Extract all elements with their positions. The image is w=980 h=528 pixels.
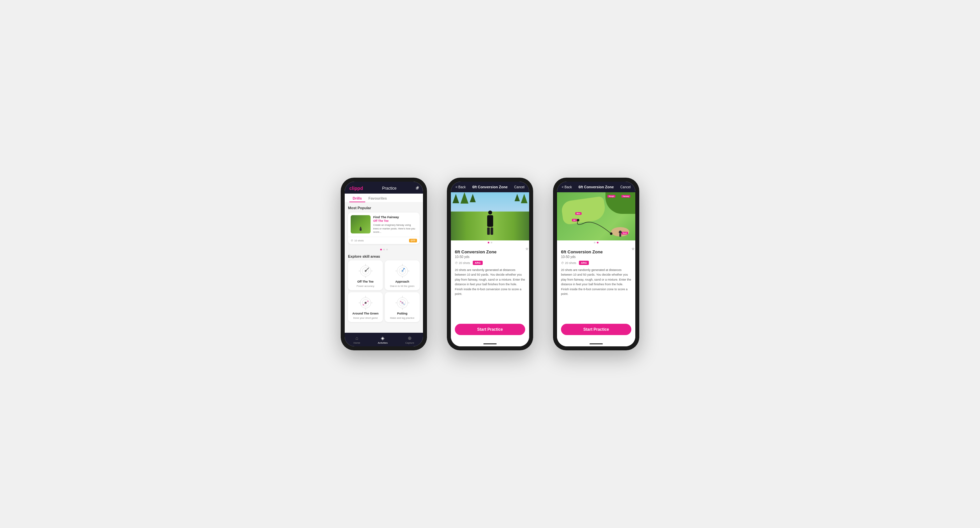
detail-header-2: < Back 6ft Conversion Zone Cancel xyxy=(451,182,529,192)
drill-image-photo xyxy=(451,192,529,241)
drill-footer-2: Start Practice xyxy=(451,321,529,338)
drill-meta-2: ⏱ 20 shots ARG xyxy=(455,261,525,265)
card-subtitle: Off The Tee xyxy=(373,219,417,222)
drill-detail-content-2: ★ 6ft Conversion Zone 10-50 yds ⏱ 20 sho… xyxy=(451,246,529,321)
golf-map: Fairway Rough Miss Hit Sand xyxy=(557,192,635,241)
golfer-body xyxy=(487,215,493,227)
skill-desc-approach: Dial-in to hit the green xyxy=(390,285,414,287)
drill-description-3: 20 shots are randomly generated at dista… xyxy=(561,268,631,296)
start-practice-button-2[interactable]: Start Practice xyxy=(455,324,525,335)
activities-label: Activities xyxy=(378,341,388,345)
leg-right xyxy=(490,228,493,235)
phone-2-screen: < Back 6ft Conversion Zone Cancel xyxy=(451,182,529,346)
nav-home[interactable]: ⌂ Home xyxy=(354,335,360,345)
category-badge: OTT xyxy=(409,239,417,242)
card-description: Create an imaginary fairway using trees … xyxy=(373,223,417,234)
card-thumbnail xyxy=(351,215,371,233)
drill-footer-3: Start Practice xyxy=(557,321,635,338)
golfer-silhouette xyxy=(486,211,494,234)
drill-meta-3: ⏱ 20 shots ARG xyxy=(561,261,631,265)
back-button-3[interactable]: < Back xyxy=(562,185,572,189)
skill-name-off-tee: Off The Tee xyxy=(357,280,374,283)
image-dots-3 xyxy=(557,241,635,246)
golfer-head xyxy=(488,211,492,215)
golf-course-photo xyxy=(451,192,529,241)
img-dot-1 xyxy=(488,242,489,243)
clock-icon-3: ⏱ xyxy=(561,262,564,265)
tree-5 xyxy=(521,194,528,203)
skill-desc-putting: Make and lag practice xyxy=(390,316,414,319)
tree-4 xyxy=(515,194,520,201)
svg-point-42 xyxy=(577,219,579,221)
shots-info: ⏱ 10 shots xyxy=(351,239,364,242)
leg-left xyxy=(487,228,490,235)
skill-name-putting: Putting xyxy=(397,312,407,315)
golfer-legs xyxy=(487,228,493,235)
approach-icon xyxy=(394,264,411,279)
golfer-figure xyxy=(359,227,362,232)
phone-3-screen: < Back 6ft Conversion Zone Cancel Fairwa… xyxy=(557,182,635,346)
start-practice-button-3[interactable]: Start Practice xyxy=(561,324,631,335)
bottom-nav: ⌂ Home ◈ Activities ⊕ Capture xyxy=(345,333,423,346)
skill-name-around-green: Around The Green xyxy=(352,312,379,315)
skill-areas-grid: Off The Tee Power accuracy xyxy=(348,260,420,322)
cancel-button-3[interactable]: Cancel xyxy=(620,185,631,189)
skill-off-tee[interactable]: Off The Tee Power accuracy xyxy=(348,260,383,290)
drills-content: Most Popular Find The Fairway Off The Te… xyxy=(345,203,423,333)
skill-putting[interactable]: Putting Make and lag practice xyxy=(385,292,420,322)
back-button-2[interactable]: < Back xyxy=(455,185,466,189)
tab-favourites[interactable]: Favourites xyxy=(365,194,390,202)
img-dot-2 xyxy=(491,242,492,243)
phone-2: < Back 6ft Conversion Zone Cancel xyxy=(447,178,533,350)
drill-detail-content-3: ★ 6ft Conversion Zone 10-50 yds ⏱ 20 sho… xyxy=(557,246,635,321)
drill-image-map: Fairway Rough Miss Hit Sand xyxy=(557,192,635,241)
capture-icon: ⊕ xyxy=(408,335,412,341)
phones-container: clippd Practice ≡ Drills Favourites Most… xyxy=(341,178,639,350)
app-logo: clippd xyxy=(349,186,363,191)
drill-range-2: 10-50 yds xyxy=(455,255,525,259)
star-icon-2[interactable]: ★ xyxy=(525,246,529,251)
tree-2 xyxy=(460,192,468,204)
tabs-bar: Drills Favourites xyxy=(345,194,423,203)
app-header: clippd Practice ≡ xyxy=(345,182,423,194)
skill-desc-around-green: Hone your short game xyxy=(353,316,377,319)
home-indicator-2 xyxy=(451,338,529,346)
nav-activities[interactable]: ◈ Activities xyxy=(378,335,388,345)
detail-title-3: 6ft Conversion Zone xyxy=(579,185,614,189)
drill-description-2: 20 shots are randomly generated at dista… xyxy=(455,268,525,296)
activities-icon: ◈ xyxy=(381,335,385,341)
skill-approach[interactable]: Approach Dial-in to hit the green xyxy=(385,260,420,290)
drill-title-2: 6ft Conversion Zone xyxy=(455,249,525,254)
around-green-icon xyxy=(357,295,374,311)
capture-label: Capture xyxy=(406,341,414,345)
home-icon: ⌂ xyxy=(355,335,358,341)
arg-badge-2: ARG xyxy=(473,261,483,265)
detail-title-2: 6ft Conversion Zone xyxy=(473,185,508,189)
course-illustration xyxy=(351,215,371,233)
phone-1: clippd Practice ≡ Drills Favourites Most… xyxy=(341,178,427,350)
featured-drill-card[interactable]: Find The Fairway Off The Tee Create an i… xyxy=(348,212,420,244)
img-dot-3-1 xyxy=(594,242,595,243)
dot-3 xyxy=(386,249,388,250)
phone-1-screen: clippd Practice ≡ Drills Favourites Most… xyxy=(345,182,423,346)
phone-3: < Back 6ft Conversion Zone Cancel Fairwa… xyxy=(553,178,639,350)
clock-icon: ⏱ xyxy=(351,239,353,242)
dot-2 xyxy=(383,249,385,250)
card-info: Find The Fairway Off The Tee Create an i… xyxy=(373,215,417,234)
nav-capture[interactable]: ⊕ Capture xyxy=(406,335,414,345)
explore-label: Explore skill areas xyxy=(348,254,420,258)
drill-title-3: 6ft Conversion Zone xyxy=(561,249,631,254)
home-indicator-3 xyxy=(557,338,635,346)
tree-1 xyxy=(452,194,459,203)
svg-point-44 xyxy=(619,231,622,234)
svg-rect-45 xyxy=(619,234,621,237)
star-icon-3[interactable]: ★ xyxy=(631,246,635,251)
cancel-button-2[interactable]: Cancel xyxy=(514,185,525,189)
skill-desc-off-tee: Power accuracy xyxy=(356,285,374,287)
skill-name-approach: Approach xyxy=(395,280,409,283)
tree-group-left xyxy=(452,194,476,204)
home-bar-3 xyxy=(590,343,603,345)
skill-around-green[interactable]: Around The Green Hone your short game xyxy=(348,292,383,322)
tab-drills[interactable]: Drills xyxy=(349,194,365,202)
carousel-dots xyxy=(348,247,420,252)
